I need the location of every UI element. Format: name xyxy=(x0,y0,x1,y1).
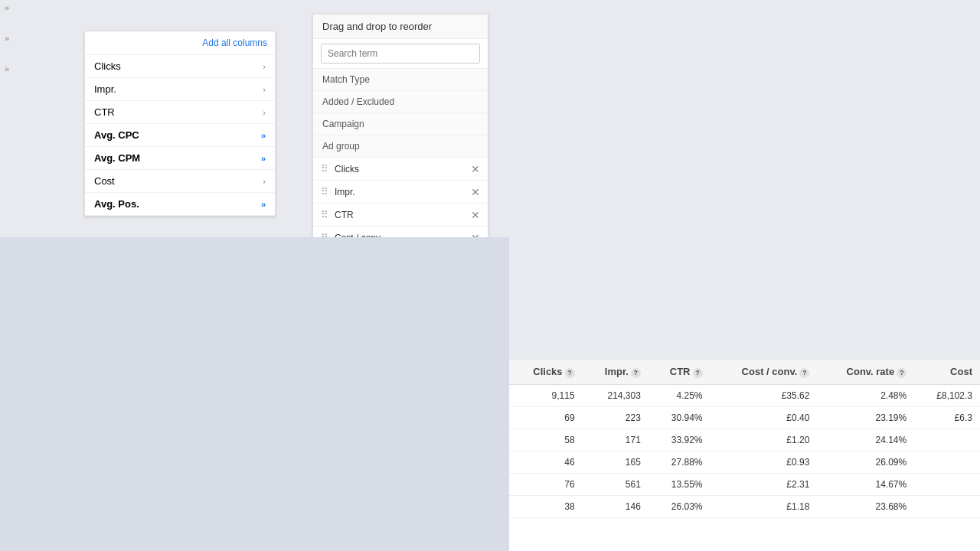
table-background xyxy=(0,237,509,551)
sidebar-arrow-2[interactable]: » xyxy=(0,31,84,46)
cell-r0-c3: £35.62 xyxy=(710,384,818,406)
col-label-1: Impr. xyxy=(605,366,629,377)
cell-r4-c5 xyxy=(914,473,980,495)
cell-r0-c1: 214,303 xyxy=(583,384,648,406)
drag-drop-panel: Drag and drop to reorder Match TypeAdded… xyxy=(312,14,488,273)
col-label-2: CTR xyxy=(670,366,691,377)
table-row-5: 3814626.03%£1.1823.68% xyxy=(509,495,980,517)
left-item-label-5: Cost xyxy=(94,175,115,187)
drag-handle-1: ⠿ xyxy=(321,186,328,197)
sidebar-arrow-1[interactable]: » xyxy=(0,0,84,15)
col-qmark-1[interactable]: ? xyxy=(631,368,641,378)
cell-r5-c5 xyxy=(914,495,980,517)
cell-r2-c1: 171 xyxy=(583,429,648,451)
col-header-0: Clicks? xyxy=(509,360,583,384)
col-qmark-2[interactable]: ? xyxy=(693,368,703,378)
draggable-row-0[interactable]: ⠿ Clicks ✕ xyxy=(313,158,488,181)
draggable-label-1: Impr. xyxy=(335,187,471,197)
drag-handle-2: ⠿ xyxy=(321,209,328,220)
left-item-label-3: Avg. CPC xyxy=(94,129,139,141)
col-header-3: Cost / conv.? xyxy=(710,360,818,384)
cell-r3-c3: £0.93 xyxy=(710,451,818,473)
cell-r0-c5: £8,102.3 xyxy=(914,384,980,406)
cell-r5-c1: 146 xyxy=(583,495,648,517)
data-table-container: Clicks?Impr.?CTR?Cost / conv.?Conv. rate… xyxy=(509,360,980,551)
table-header-row: Clicks?Impr.?CTR?Cost / conv.?Conv. rate… xyxy=(509,360,980,384)
cell-r4-c0: 76 xyxy=(509,473,583,495)
left-list-item-2[interactable]: CTR › xyxy=(85,101,275,124)
collapse-icon-1: » xyxy=(5,3,9,12)
static-row-3: Ad group xyxy=(313,135,488,158)
cell-r1-c1: 223 xyxy=(583,406,648,429)
static-rows-container: Match TypeAdded / ExcludedCampaignAd gro… xyxy=(313,69,488,158)
table-row-1: 6922330.94%£0.4023.19%£6.3 xyxy=(509,406,980,429)
left-column-list: Clicks ›Impr. ›CTR ›Avg. CPC »Avg. CPM »… xyxy=(85,55,275,216)
table-row-4: 7656113.55%£2.3114.67% xyxy=(509,473,980,495)
left-item-label-0: Clicks xyxy=(94,60,121,72)
column-chooser-panel: Add all columns Clicks ›Impr. ›CTR ›Avg.… xyxy=(84,31,276,217)
item-arrow-0: › xyxy=(263,62,266,71)
cell-r2-c5 xyxy=(914,429,980,451)
panel-header: Add all columns xyxy=(85,31,275,55)
item-arrow-1: › xyxy=(263,85,266,94)
draggable-row-2[interactable]: ⠿ CTR ✕ xyxy=(313,204,488,227)
left-item-label-4: Avg. CPM xyxy=(94,152,140,164)
cell-r4-c4: 14.67% xyxy=(817,473,914,495)
cell-r2-c3: £1.20 xyxy=(710,429,818,451)
table-row-3: 4616527.88%£0.9326.09% xyxy=(509,451,980,473)
cell-r3-c0: 46 xyxy=(509,451,583,473)
left-list-item-0[interactable]: Clicks › xyxy=(85,55,275,78)
cell-r5-c2: 26.03% xyxy=(648,495,710,517)
sidebar-arrow-3[interactable]: » xyxy=(0,61,84,77)
cell-r4-c3: £2.31 xyxy=(710,473,818,495)
col-qmark-4[interactable]: ? xyxy=(897,368,906,378)
draggable-label-0: Clicks xyxy=(335,164,471,174)
col-header-1: Impr.? xyxy=(583,360,648,384)
search-input[interactable] xyxy=(321,44,480,64)
left-list-item-3[interactable]: Avg. CPC » xyxy=(85,124,275,147)
col-label-3: Cost / conv. xyxy=(742,366,798,377)
col-label-0: Clicks xyxy=(533,366,562,377)
static-row-2: Campaign xyxy=(313,113,488,135)
left-list-item-1[interactable]: Impr. › xyxy=(85,78,275,101)
cell-r2-c2: 33.92% xyxy=(648,429,710,451)
cell-r4-c2: 13.55% xyxy=(648,473,710,495)
left-sidebar: » » » xyxy=(0,0,84,237)
cell-r5-c0: 38 xyxy=(509,495,583,517)
cell-r1-c0: 69 xyxy=(509,406,583,429)
cell-r3-c2: 27.88% xyxy=(648,451,710,473)
left-list-item-5[interactable]: Cost › xyxy=(85,170,275,193)
data-table: Clicks?Impr.?CTR?Cost / conv.?Conv. rate… xyxy=(509,360,980,518)
drag-handle-0: ⠿ xyxy=(321,163,328,174)
collapse-icon-3: » xyxy=(5,64,9,73)
col-qmark-0[interactable]: ? xyxy=(565,368,575,378)
item-arrow-3: » xyxy=(261,131,266,140)
left-list-item-4[interactable]: Avg. CPM » xyxy=(85,147,275,170)
cell-r1-c2: 30.94% xyxy=(648,406,710,429)
static-row-0: Match Type xyxy=(313,69,488,91)
cell-r2-c4: 24.14% xyxy=(817,429,914,451)
add-all-columns-button[interactable]: Add all columns xyxy=(202,37,267,48)
cell-r3-c4: 26.09% xyxy=(817,451,914,473)
remove-btn-0[interactable]: ✕ xyxy=(471,164,480,174)
cell-r5-c4: 23.68% xyxy=(817,495,914,517)
left-item-label-2: CTR xyxy=(94,106,115,118)
remove-btn-2[interactable]: ✕ xyxy=(471,210,480,220)
cell-r3-c1: 165 xyxy=(583,451,648,473)
item-arrow-4: » xyxy=(261,154,266,163)
draggable-row-1[interactable]: ⠿ Impr. ✕ xyxy=(313,181,488,204)
left-list-item-6[interactable]: Avg. Pos. » xyxy=(85,193,275,216)
search-row xyxy=(313,39,488,69)
cell-r0-c4: 2.48% xyxy=(817,384,914,406)
remove-btn-1[interactable]: ✕ xyxy=(471,187,480,197)
col-label-5: Cost xyxy=(950,366,972,377)
collapse-icon-2: » xyxy=(5,34,9,43)
item-arrow-6: » xyxy=(261,200,266,209)
col-qmark-3[interactable]: ? xyxy=(799,368,809,378)
table-row-0: 9,115214,3034.25%£35.622.48%£8,102.3 xyxy=(509,384,980,406)
cell-r4-c1: 561 xyxy=(583,473,648,495)
col-header-4: Conv. rate? xyxy=(817,360,914,384)
cell-r1-c3: £0.40 xyxy=(710,406,818,429)
static-row-1: Added / Excluded xyxy=(313,91,488,113)
cell-r5-c3: £1.18 xyxy=(710,495,818,517)
